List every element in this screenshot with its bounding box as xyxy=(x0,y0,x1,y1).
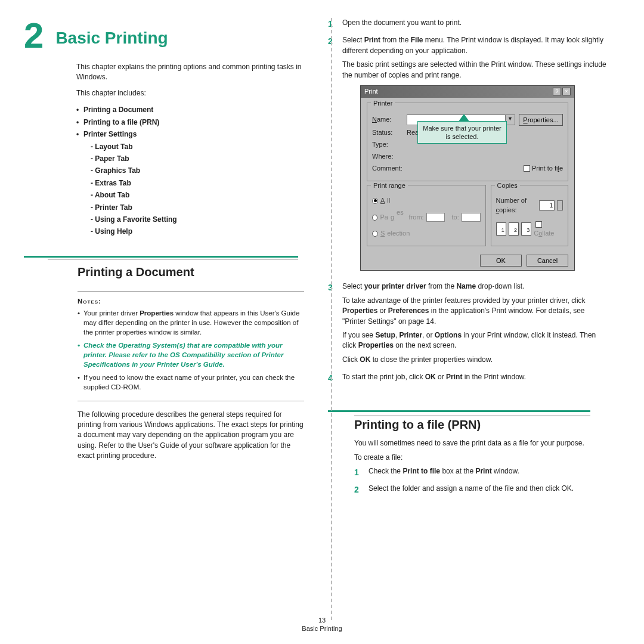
page-number: 13 xyxy=(0,617,644,624)
step-number: 4 xyxy=(328,372,336,386)
callout-tip: Make sure that your printer is selected. xyxy=(417,121,507,144)
section-divider xyxy=(48,256,298,259)
dialog-title: Print xyxy=(364,87,378,97)
step-number: 1 xyxy=(328,18,336,32)
notes-block: Notes: Your printer driver Properties wi… xyxy=(78,291,304,401)
left-column: 2 Basic Printing This chapter explains t… xyxy=(24,18,304,501)
spinner-buttons[interactable] xyxy=(557,200,563,210)
ok-button[interactable]: OK xyxy=(480,255,522,267)
note-item: If you need to know the exact name of yo… xyxy=(78,373,304,392)
groupbox-label: Printer xyxy=(371,99,395,109)
step-text: If you see Setup, Printer, or Options in… xyxy=(342,330,608,351)
step-number: 3 xyxy=(328,281,336,369)
radio-pages[interactable] xyxy=(372,215,377,221)
label-type: Type: xyxy=(372,140,403,150)
step-number: 2 xyxy=(328,35,336,278)
label-print-to-file: Print to file xyxy=(532,165,563,172)
print-dialog: Print ? × Printer Make sure that your pr… xyxy=(360,85,575,271)
radio-selection[interactable] xyxy=(372,231,378,237)
chapter-number: 2 xyxy=(24,18,44,54)
step-number: 1 xyxy=(354,466,363,480)
table-of-contents: •Printing a Document •Printing to a file… xyxy=(76,104,304,237)
print-to-file-checkbox[interactable] xyxy=(524,165,530,172)
from-input[interactable] xyxy=(426,213,445,222)
toc-item[interactable]: Printing a Document xyxy=(83,106,153,114)
label-num-copies: Number of copies: xyxy=(496,196,537,215)
step-text: Click OK to close the printer properties… xyxy=(342,355,608,365)
page-footer: 13 Basic Printing xyxy=(0,617,644,632)
step-text: To take advantage of the printer feature… xyxy=(342,296,608,327)
chapter-title: Basic Printing xyxy=(55,29,168,48)
page-icon: 1 xyxy=(496,222,506,236)
toc-subitem[interactable]: Using Help xyxy=(95,227,132,236)
step-text: Select your printer driver from the Name… xyxy=(342,281,608,292)
step-text: Check the Print to file box at the Print… xyxy=(369,466,590,476)
toc-subitem[interactable]: Layout Tab xyxy=(95,143,132,151)
body-text: To create a file: xyxy=(354,452,590,463)
cancel-button[interactable]: Cancel xyxy=(527,255,568,267)
notes-label: Notes: xyxy=(78,298,101,305)
toc-item[interactable]: Printer Settings xyxy=(83,130,137,138)
section-heading-printing-document: Printing a Document xyxy=(78,265,304,279)
toc-subitem[interactable]: Paper Tab xyxy=(95,154,129,163)
toc-item[interactable]: Printing to a file (PRN) xyxy=(83,118,159,126)
toc-subitem[interactable]: Graphics Tab xyxy=(95,166,140,175)
step-text: To start the print job, click OK or Prin… xyxy=(342,372,608,382)
page-icon: 3 xyxy=(521,222,531,236)
section-divider xyxy=(328,410,590,412)
step-text: Open the document you want to print. xyxy=(342,18,608,28)
procedure-steps: 1 Open the document you want to print. 2… xyxy=(328,18,608,386)
step-text: Select Print from the File menu. The Pri… xyxy=(342,35,608,56)
column-divider xyxy=(331,18,332,620)
label-status: Status: xyxy=(372,128,403,138)
dialog-titlebar: Print ? × xyxy=(361,86,574,98)
intro-text: This chapter explains the printing optio… xyxy=(76,62,304,82)
label-comment: Comment: xyxy=(372,164,403,174)
help-icon[interactable]: ? xyxy=(553,88,561,95)
close-icon[interactable]: × xyxy=(562,88,571,95)
toc-subitem[interactable]: Using a Favorite Setting xyxy=(95,215,177,224)
page-icon: 2 xyxy=(509,222,519,236)
toc-subitem[interactable]: About Tab xyxy=(95,191,129,199)
body-text: You will sometimes need to save the prin… xyxy=(354,438,590,448)
step-text: Select the folder and assign a name of t… xyxy=(369,484,590,494)
section-heading-printing-file: Printing to a file (PRN) xyxy=(354,418,608,432)
to-input[interactable] xyxy=(462,213,481,222)
right-column: 1 Open the document you want to print. 2… xyxy=(328,18,608,501)
note-item: Your printer driver Properties window th… xyxy=(78,308,304,337)
chapter-heading: 2 Basic Printing xyxy=(24,18,304,54)
toc-subitem[interactable]: Extras Tab xyxy=(95,179,131,187)
footer-title: Basic Printing xyxy=(0,625,644,632)
intro-includes: This chapter includes: xyxy=(76,88,304,98)
toc-subitem[interactable]: Printer Tab xyxy=(95,203,132,212)
radio-all[interactable] xyxy=(372,198,378,204)
copies-input[interactable]: 1 xyxy=(539,200,555,210)
note-item-highlight: Check the Operating System(s) that are c… xyxy=(78,340,304,369)
properties-button[interactable]: Properties... xyxy=(519,114,563,126)
groupbox-label: Copies xyxy=(495,181,520,191)
collate-checkbox[interactable] xyxy=(535,221,542,228)
step-text: The basic print settings are selected wi… xyxy=(342,60,608,80)
label-where: Where: xyxy=(372,152,403,162)
label-name: NName:ame: xyxy=(372,115,403,125)
groupbox-label: Print range xyxy=(371,181,408,191)
step-number: 2 xyxy=(354,484,363,497)
procedure-intro: The following procedure describes the ge… xyxy=(78,410,304,462)
